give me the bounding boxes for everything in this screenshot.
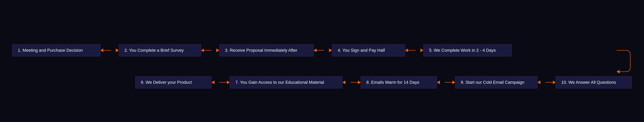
svg-marker-17: [437, 80, 440, 84]
step-1-box: 1. Meeting and Purchase Decision: [12, 44, 100, 56]
step-8-box: 8. Emails Warm for 14 Days: [361, 76, 437, 88]
arrow-7-8: [342, 76, 361, 88]
step-7-label: 7. You Gain Access to our Educational Ma…: [235, 80, 324, 85]
svg-marker-20: [342, 80, 346, 84]
arrow-2-3: [201, 44, 219, 56]
step-1-label: 1. Meeting and Purchase Decision: [18, 48, 83, 53]
step-6-label: 6. We Deliver your Product: [141, 80, 192, 85]
step-10-label: 10. We Answer All Questions: [561, 80, 616, 85]
arrow-8-9: [437, 76, 455, 88]
step-5-box: 5. We Complete Work in 2 - 4 Days: [424, 44, 512, 56]
svg-marker-18: [452, 80, 455, 84]
arrow-6-7: [212, 76, 230, 88]
arrow-4-5: [405, 44, 424, 56]
step-9-label: 9. Start our Cold Email Campaign: [461, 80, 524, 85]
step-2-label: 2. You Complete a Brief Survey: [124, 48, 184, 53]
svg-marker-24: [227, 80, 230, 84]
arrow-1-2: [100, 44, 119, 56]
svg-marker-7: [314, 49, 316, 52]
top-row: 1. Meeting and Purchase Decision 2. You …: [12, 34, 632, 67]
svg-marker-2: [116, 49, 119, 52]
svg-marker-11: [420, 49, 424, 52]
step-4-label: 4. You Sign and Pay Half: [338, 48, 385, 53]
step-2-box: 2. You Complete a Brief Survey: [119, 44, 201, 56]
step-9-box: 9. Start our Cold Email Campaign: [455, 76, 538, 88]
svg-marker-14: [538, 80, 540, 84]
arrow-3-4: [314, 44, 332, 56]
svg-marker-21: [358, 80, 361, 84]
svg-marker-12: [616, 70, 620, 73]
svg-marker-5: [216, 49, 219, 52]
step-10-box: 10. We Answer All Questions: [556, 76, 632, 88]
bottom-row: 10. We Answer All Questions 9. Start our…: [12, 76, 632, 88]
arrow-9-10: [538, 76, 556, 88]
step-4-box: 4. You Sign and Pay Half: [332, 44, 405, 56]
process-diagram: 1. Meeting and Purchase Decision 2. You …: [0, 28, 644, 94]
step-7-box: 7. You Gain Access to our Educational Ma…: [230, 76, 342, 88]
step-6-box: 6. We Deliver your Product: [135, 76, 212, 88]
svg-marker-1: [100, 49, 103, 52]
svg-marker-15: [553, 80, 556, 84]
step-3-label: 3. Receive Proposal Immediately After: [225, 48, 297, 53]
svg-marker-4: [201, 49, 204, 52]
step-8-label: 8. Emails Warm for 14 Days: [366, 80, 419, 85]
step-3-box: 3. Receive Proposal Immediately After: [219, 44, 314, 56]
svg-marker-23: [212, 80, 214, 84]
step-5-label: 5. We Complete Work in 2 - 4 Days: [429, 48, 496, 53]
svg-marker-10: [405, 49, 408, 52]
svg-marker-8: [329, 49, 332, 52]
